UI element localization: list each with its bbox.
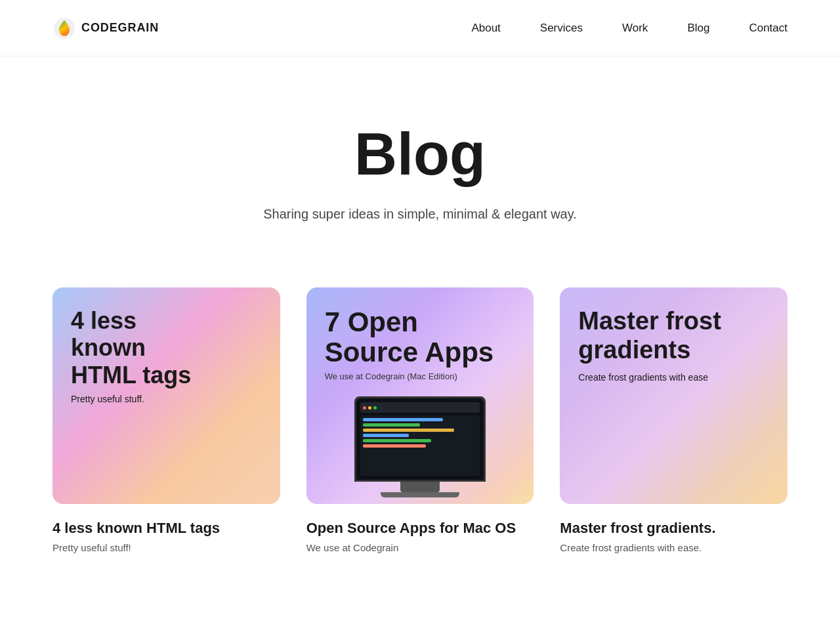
nav-link-about[interactable]: About [471,22,500,34]
card-2-img-title: 7 OpenSource Apps [325,307,516,368]
nav-item-services[interactable]: Services [540,22,583,35]
nav-item-work[interactable]: Work [622,22,648,35]
nav-item-about[interactable]: About [471,22,500,35]
logo[interactable]: CODEGRAIN [52,16,159,40]
card-1-img-subtitle: Pretty useful stuff. [71,394,262,404]
card-2-title: Open Source Apps for Mac OS [306,520,534,537]
page-subtitle: Sharing super ideas in simple, minimal &… [52,207,788,222]
card-3-title: Master frost gradients. [560,520,788,537]
card-3-description: Create frost gradients with ease. [560,542,788,553]
mac-illustration [348,396,492,497]
page-title: Blog [52,122,788,187]
blog-card-1[interactable]: 4 lessknownHTML tags Pretty useful stuff… [52,287,280,553]
navbar: CODEGRAIN About Services Work Blog Conta… [0,0,840,56]
blog-card-2[interactable]: 7 OpenSource Apps We use at Codegrain (M… [306,287,534,553]
card-image-2: 7 OpenSource Apps We use at Codegrain (M… [306,287,534,504]
hero-section: Blog Sharing super ideas in simple, mini… [0,56,840,274]
card-image-1: 4 lessknownHTML tags Pretty useful stuff… [52,287,280,504]
nav-link-work[interactable]: Work [622,22,648,34]
nav-link-contact[interactable]: Contact [749,22,788,34]
card-image-3: Master frostgradients Create frost gradi… [560,287,788,504]
card-1-img-title: 4 lessknownHTML tags [71,307,262,388]
card-2-description: We use at Codegrain [306,542,534,553]
nav-link-services[interactable]: Services [540,22,583,34]
card-1-title: 4 less known HTML tags [52,520,280,537]
card-2-img-subtitle: We use at Codegrain (Mac Edition) [325,371,516,381]
nav-item-blog[interactable]: Blog [687,22,709,35]
card-3-img-subtitle: Create frost gradients with ease [578,372,769,383]
card-1-description: Pretty useful stuff! [52,542,280,553]
card-3-img-title: Master frostgradients [578,307,769,364]
logo-icon [52,16,76,40]
blog-card-3[interactable]: Master frostgradients Create frost gradi… [560,287,788,553]
nav-links: About Services Work Blog Contact [471,22,788,35]
nav-link-blog[interactable]: Blog [687,22,709,34]
logo-text: CODEGRAIN [81,21,159,35]
blog-cards-grid: 4 lessknownHTML tags Pretty useful stuff… [0,287,840,606]
nav-item-contact[interactable]: Contact [749,22,788,35]
